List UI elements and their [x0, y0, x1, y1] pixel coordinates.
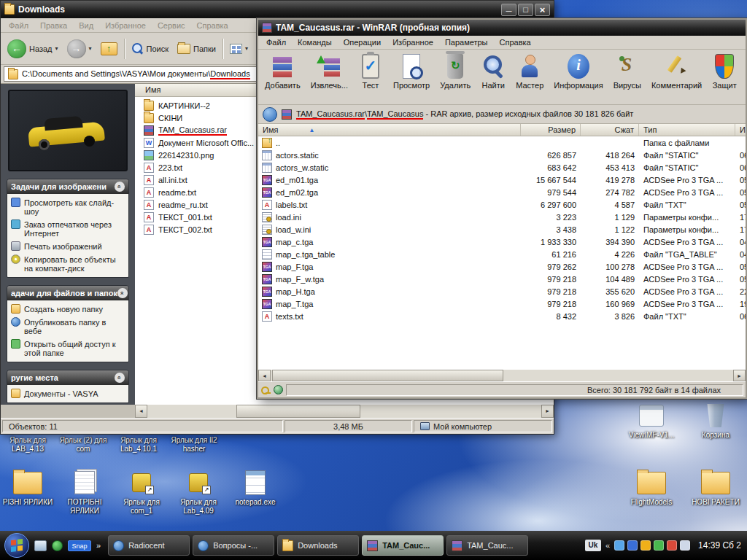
forward-button[interactable]: [65, 38, 94, 60]
archive-row[interactable]: map_c.tga1 933 330394 390ACDSee Pro 3 TG…: [258, 236, 746, 248]
task-link[interactable]: Опубликовать папку в вебе: [11, 318, 125, 335]
menu-item[interactable]: Сервис: [152, 20, 191, 31]
up-level-button[interactable]: [263, 107, 277, 122]
taskbar-button[interactable]: Radiocent: [108, 535, 190, 556]
taskbar-button[interactable]: Downloads: [277, 535, 359, 556]
protect-button[interactable]: Защит: [707, 51, 742, 104]
task-link[interactable]: Печать изображений: [11, 242, 125, 251]
desktop-icon-label[interactable]: Ярлык для Il2 hasher: [168, 436, 220, 454]
archive-row[interactable]: map_T.tga979 218160 969ACDSee Pro 3 TGA …: [258, 298, 746, 310]
scrollbar-thumb[interactable]: [236, 405, 360, 418]
task-link[interactable]: Копировать все объекты на компакт-диск: [11, 255, 125, 273]
volume-tray-icon[interactable]: [680, 540, 690, 551]
archive-row[interactable]: actors_w.static683 642453 413Файл "STATI…: [258, 161, 746, 174]
task-panel-header[interactable]: адачи для файлов и папок: [7, 286, 128, 300]
minimize-button[interactable]: [501, 4, 516, 16]
desktop-icon[interactable]: Корзина: [686, 402, 746, 440]
archive-row[interactable]: actors.static626 857418 264Файл "STATIC"…: [258, 149, 746, 161]
back-dropdown-icon[interactable]: [55, 45, 58, 52]
up-button[interactable]: [98, 41, 120, 57]
update-tray-icon[interactable]: [667, 540, 677, 551]
archive-row[interactable]: load_w.ini3 4381 122Параметры конфи...17…: [258, 223, 746, 236]
archive-row[interactable]: ..Папка с файлами: [258, 136, 746, 149]
scroll-right-button[interactable]: [541, 405, 554, 418]
archive-row[interactable]: ed_m01.tga15 667 544419 278ACDSee Pro 3 …: [258, 174, 746, 186]
desktop-icon[interactable]: РІЗНІ ЯРЛИКИ: [0, 470, 55, 516]
menu-item[interactable]: Справка: [494, 36, 537, 48]
forward-dropdown-icon[interactable]: [89, 45, 92, 52]
menu-item[interactable]: Правка: [34, 20, 73, 31]
archive-row[interactable]: map_c.tga_table61 2164 226Файл "TGA_TABL…: [258, 248, 746, 260]
desktop-icon-label[interactable]: Ярлык (2) для com: [57, 436, 109, 454]
archive-row[interactable]: labels.txt6 297 6004 587Файл "TXT"05.: [258, 198, 746, 211]
taskbar-button[interactable]: TAM_Cauc...: [446, 535, 528, 556]
menu-item[interactable]: Команды: [292, 36, 338, 48]
view-button[interactable]: Просмотр: [388, 51, 435, 104]
language-indicator[interactable]: Uk: [585, 540, 601, 551]
taskbar-button[interactable]: TAM_Cauc...: [362, 535, 444, 556]
views-button[interactable]: [228, 42, 250, 55]
virus-scan-button[interactable]: Вирусы: [608, 51, 646, 104]
snap-quick-icon[interactable]: Snap: [68, 540, 91, 551]
extract-button[interactable]: Извлечь...: [306, 51, 353, 104]
media-quick-icon[interactable]: [52, 540, 63, 551]
scrollbar-track[interactable]: [147, 405, 541, 418]
folders-button[interactable]: Папки: [175, 42, 218, 55]
search-button[interactable]: Поиск: [129, 41, 171, 56]
task-panel-header[interactable]: Задачи для изображени: [7, 179, 128, 194]
scrollbar-thumb[interactable]: [272, 370, 503, 381]
task-link[interactable]: Заказ отпечатков через Интернет: [11, 220, 125, 238]
scroll-left-button[interactable]: [135, 405, 147, 418]
start-button[interactable]: [4, 533, 29, 558]
radiocent-tray-icon[interactable]: [627, 540, 638, 551]
explorer-titlebar[interactable]: Downloads: [1, 1, 554, 18]
desktop-icon[interactable]: ViewIMF-V1...: [622, 402, 681, 440]
delete-button[interactable]: Удалить: [435, 51, 476, 104]
task-panel-header[interactable]: ругие места: [7, 370, 128, 385]
column-header-name[interactable]: Имя: [258, 124, 521, 136]
desktop-icon[interactable]: FlightModels: [622, 470, 681, 507]
test-button[interactable]: Тест: [353, 51, 388, 104]
antivirus-tray-icon[interactable]: [640, 540, 651, 551]
info-button[interactable]: Информация: [549, 51, 608, 104]
desktop-icon[interactable]: ПОТРІБНІ ЯРЛИКИ: [57, 470, 112, 516]
show-desktop-quick-icon[interactable]: [34, 540, 47, 551]
back-button[interactable]: Назад: [5, 38, 61, 60]
maximize-button[interactable]: [518, 4, 533, 16]
menu-item[interactable]: Избранное: [99, 20, 152, 31]
column-header-packed[interactable]: Сжат: [581, 124, 639, 136]
scrollbar-track[interactable]: [271, 370, 733, 381]
task-link[interactable]: Открыть общий доступ к этой папке: [11, 340, 125, 357]
column-header-type[interactable]: Тип: [639, 124, 735, 136]
find-button[interactable]: Найти: [476, 51, 511, 104]
network-tray-icon[interactable]: [654, 540, 664, 551]
taskbar-button[interactable]: Вопросы -...: [193, 535, 274, 556]
desktop-icon-label[interactable]: Ярлык для Lab_4.10.1: [112, 436, 165, 454]
column-header-size[interactable]: Размер: [521, 124, 581, 136]
add-archive-button[interactable]: Добавить: [260, 51, 306, 104]
task-link[interactable]: Просмотреть как слайд-шоу: [11, 198, 125, 216]
wizard-button[interactable]: Мастер: [511, 51, 549, 104]
archive-row[interactable]: map_H.tga979 218355 620ACDSee Pro 3 TGA …: [258, 285, 746, 298]
close-button[interactable]: [535, 4, 550, 16]
archive-row[interactable]: ed_m02.tga979 544274 782ACDSee Pro 3 TGA…: [258, 186, 746, 198]
archive-row[interactable]: map_F.tga979 262100 278ACDSee Pro 3 TGA …: [258, 260, 746, 273]
task-link[interactable]: Создать новую папку: [11, 305, 125, 314]
column-header-modified[interactable]: Из: [735, 124, 746, 136]
tray-chevron[interactable]: «: [605, 541, 610, 550]
menu-item[interactable]: Вид: [73, 20, 99, 31]
menu-item[interactable]: Справка: [191, 20, 234, 31]
scroll-left-button[interactable]: [258, 370, 271, 381]
menu-item[interactable]: Файл: [3, 20, 34, 31]
views-dropdown-icon[interactable]: [245, 45, 248, 52]
desktop-icon[interactable]: notepad.exe: [228, 470, 283, 516]
archive-row[interactable]: map_F_w.tga979 218104 489ACDSee Pro 3 TG…: [258, 273, 746, 285]
desktop-icon[interactable]: Ярлык для Lab_4.09: [171, 470, 226, 516]
archive-row[interactable]: load.ini3 2231 129Параметры конфи...17.: [258, 211, 746, 223]
quick-launch-overflow[interactable]: »: [96, 541, 101, 550]
scroll-right-button[interactable]: [733, 370, 746, 381]
archive-row[interactable]: texts.txt8 4323 826Файл "TXT"06.: [258, 310, 746, 322]
clock[interactable]: 14:39 Сб 2: [698, 540, 741, 551]
desktop-icon-label[interactable]: Ярлык для LAB_4.13: [1, 436, 54, 454]
menu-item[interactable]: Операции: [338, 36, 387, 48]
